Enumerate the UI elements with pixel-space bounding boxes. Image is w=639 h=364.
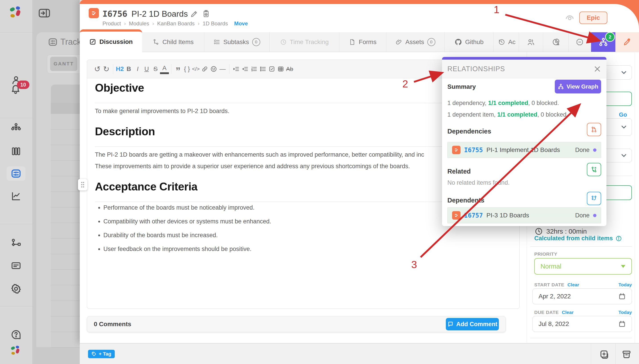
strikethrough-button[interactable]: S — [151, 64, 160, 74]
due-date-input[interactable]: Jul 8, 2022 — [533, 316, 632, 332]
due-date-label: DUE DATE — [534, 310, 559, 315]
acceptance-list: Performance of the boards must be notice… — [97, 204, 271, 252]
close-icon[interactable] — [593, 65, 601, 73]
blockquote-icon[interactable]: ” — [173, 62, 182, 76]
undo-icon[interactable]: ↺ — [93, 64, 102, 74]
code-block-icon[interactable]: { } — [182, 64, 191, 74]
status-label: Done — [575, 212, 589, 219]
annotation-step-2: 2 — [402, 78, 408, 90]
related-heading: Related — [447, 168, 471, 175]
add-dependency-button[interactable] — [587, 123, 601, 136]
priority-label: PRIORITY — [534, 252, 557, 257]
task-id-link[interactable]: I6755 — [464, 146, 483, 154]
checklist-icon[interactable] — [267, 64, 276, 74]
redo-icon[interactable]: ↻ — [102, 64, 111, 74]
time-tracked-value: 32hrs : 00min — [546, 228, 587, 235]
outdent-icon[interactable] — [241, 64, 250, 74]
italic-button[interactable]: I — [133, 64, 142, 74]
watch-eye-icon[interactable] — [565, 12, 575, 22]
tab-time-tracking[interactable]: Time Tracking — [270, 32, 339, 52]
tab-label: Ac — [508, 38, 516, 46]
add-comment-button[interactable]: Add Comment — [446, 318, 499, 330]
modal-dim-overlay — [0, 0, 80, 364]
start-date-clear-link[interactable]: Clear — [567, 282, 579, 288]
type-badge[interactable]: Epic — [579, 12, 607, 24]
ordered-list-icon[interactable] — [250, 64, 259, 74]
add-related-button[interactable] — [587, 163, 601, 176]
breadcrumb-item[interactable]: 1D Boards — [203, 20, 228, 27]
summary-pre: 1 dependent item, — [447, 111, 497, 118]
breadcrumb-separator: › — [124, 20, 126, 27]
collapse-panel-chevron-icon[interactable] — [621, 8, 634, 22]
calendar-icon[interactable] — [618, 292, 626, 300]
tab-forms[interactable]: Forms — [339, 32, 386, 52]
copy-task-icon[interactable] — [202, 9, 210, 18]
bullet-list-icon[interactable] — [259, 64, 267, 74]
summary-completed: 1/1 completed — [488, 100, 528, 106]
time-tracked-row: 32hrs : 00min — [535, 228, 587, 236]
tab-label: Child Items — [162, 38, 194, 46]
task-id-link[interactable]: I6757 — [464, 212, 483, 219]
move-link[interactable]: Move — [234, 20, 248, 27]
calendar-icon[interactable] — [618, 320, 626, 328]
breadcrumb-item[interactable]: Modules — [129, 20, 149, 27]
bold-button[interactable]: B — [124, 64, 133, 74]
indent-icon[interactable] — [232, 64, 241, 74]
description-line1: The PI-2 1D boards are getting a makeove… — [95, 151, 442, 158]
due-date-today-link[interactable]: Today — [618, 310, 632, 315]
tab-activity[interactable]: Ac — [494, 32, 519, 52]
summary-completed: 1/1 completed — [497, 111, 537, 118]
due-date-clear-link[interactable]: Clear — [562, 310, 574, 315]
emoji-icon[interactable] — [209, 64, 218, 74]
underline-button[interactable]: U — [142, 64, 151, 74]
add-dependent-button[interactable] — [587, 192, 601, 205]
clear-format-icon[interactable]: Ab — [285, 64, 294, 74]
list-item: Compatibility with other devices or syst… — [103, 218, 271, 225]
tab-label: Github — [465, 38, 484, 46]
tab-members[interactable] — [519, 32, 543, 52]
tab-assets[interactable]: Assets 0 — [386, 32, 445, 52]
tab-discussion[interactable]: Discussion — [80, 29, 142, 52]
row-drag-handle[interactable] — [78, 179, 87, 190]
inline-code-icon[interactable]: </> — [191, 64, 200, 74]
description-line2: These improvements aim to provide a supe… — [95, 163, 410, 170]
tab-reports[interactable] — [543, 32, 569, 52]
add-tag-button[interactable]: + Tag — [88, 350, 115, 358]
go-link[interactable]: Go — [619, 111, 627, 118]
task-title[interactable]: PI-2 1D Boards — [131, 9, 188, 19]
list-item: Durability of the boards must be increas… — [103, 232, 271, 239]
table-icon[interactable] — [276, 64, 285, 74]
edit-title-pencil-icon[interactable] — [190, 10, 198, 18]
priority-dropdown[interactable]: Normal — [534, 258, 632, 274]
breadcrumb-item[interactable]: KanBan Boards — [157, 20, 194, 27]
breadcrumb-item[interactable]: Product — [102, 20, 121, 27]
tab-eyedropper[interactable] — [615, 32, 639, 52]
dependency-item-row[interactable]: I6755 PI-1 Implement 1D Boards Done — [447, 142, 601, 158]
dependent-item-row[interactable]: I6757 PI-3 1D Boards Done — [447, 207, 601, 224]
summary-label: Summary — [447, 83, 476, 90]
duplicate-item-icon[interactable] — [599, 349, 609, 359]
calculated-from-child-link[interactable]: Calculated from child items — [534, 235, 622, 242]
tab-github[interactable]: Github — [445, 32, 494, 52]
tab-blocked[interactable] — [569, 32, 591, 52]
acceptance-heading: Acceptance Criteria — [95, 180, 197, 193]
text-color-button[interactable]: A — [160, 64, 169, 74]
link-icon[interactable] — [200, 64, 209, 74]
related-empty-text: No related items found. — [447, 179, 510, 186]
list-item: User feedback on the improvements should… — [103, 246, 271, 252]
archive-icon[interactable] — [622, 349, 631, 359]
view-graph-button[interactable]: View Graph — [555, 80, 601, 94]
start-date-input[interactable]: Apr 2, 2022 — [533, 288, 632, 304]
sidebar-scroll-track[interactable] — [634, 52, 635, 343]
start-date-today-link[interactable]: Today — [618, 282, 632, 288]
tab-child-items[interactable]: Child Items — [142, 32, 204, 52]
heading2-button[interactable]: H2 — [115, 64, 124, 74]
sidebar-section-divider — [530, 246, 632, 246]
footer-divider — [615, 344, 616, 364]
tab-subtasks[interactable]: Subtasks 0 — [204, 32, 270, 52]
breadcrumb: Product › Modules › KanBan Boards › 1D B… — [102, 20, 248, 27]
horizontal-rule-icon[interactable]: — — [218, 64, 227, 74]
footer-divider — [591, 344, 591, 364]
status-label: Done — [575, 146, 589, 154]
task-title: PI-1 Implement 1D Boards — [486, 146, 560, 154]
